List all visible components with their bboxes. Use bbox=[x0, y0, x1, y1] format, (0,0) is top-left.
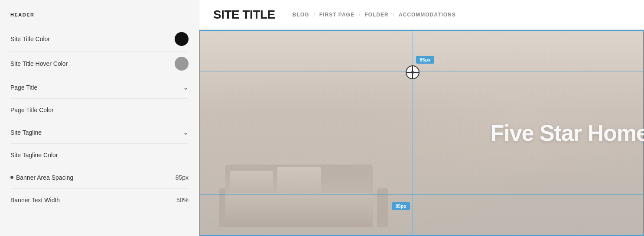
site-tagline-label: Site Tagline bbox=[10, 129, 42, 136]
preview-content: 85px 85px Five Star Home bbox=[199, 30, 644, 236]
section-header: HEADER bbox=[10, 12, 189, 17]
site-tagline-color-label: Site Tagline Color bbox=[10, 152, 58, 158]
grid-line-bottom bbox=[199, 194, 644, 195]
sofa-cushion-1 bbox=[230, 171, 273, 193]
nav-item-blog: BLOG bbox=[293, 12, 309, 18]
preview-site-title: SITE TITLE bbox=[213, 8, 275, 22]
page-title-color-label: Page Title Color bbox=[10, 107, 54, 113]
preview-header: SITE TITLE BLOG / FIRST PAGE / FOLDER / … bbox=[199, 0, 644, 30]
site-tagline-color-row: Site Tagline Color bbox=[10, 144, 189, 166]
site-title-color-label: Site Title Color bbox=[10, 36, 50, 42]
nav-sep-1: / bbox=[313, 12, 315, 18]
page-title-chevron-icon[interactable]: ⌄ bbox=[183, 83, 189, 91]
sofa-body bbox=[225, 193, 373, 227]
site-tagline-row: Site Tagline ⌄ bbox=[10, 121, 189, 144]
site-title-color-row: Site Title Color bbox=[10, 27, 189, 52]
site-title-hover-color-label: Site Title Hover Color bbox=[10, 60, 68, 67]
sofa-decoration bbox=[225, 158, 381, 227]
banner-text-width-row: Banner Text Width 50% bbox=[10, 189, 189, 211]
page-title-label: Page Title bbox=[10, 84, 37, 91]
nav-sep-2: / bbox=[359, 12, 360, 18]
nav-item-first-page: FIRST PAGE bbox=[319, 12, 355, 18]
grid-line-top bbox=[199, 71, 644, 71]
spacing-badge-bottom: 85px bbox=[392, 202, 410, 210]
grid-line-vertical bbox=[413, 30, 413, 236]
banner-image: 85px 85px Five Star Home bbox=[199, 30, 644, 236]
banner-text-width-value: 50% bbox=[176, 197, 189, 204]
crosshair-icon bbox=[405, 65, 420, 80]
spacing-badge-top: 85px bbox=[416, 56, 434, 64]
banner-area-spacing-dot bbox=[10, 176, 13, 179]
nav-item-accommodations: ACCOMMODATIONS bbox=[399, 12, 456, 18]
banner-text-width-label: Banner Text Width bbox=[10, 197, 60, 204]
banner-area-spacing-value: 85px bbox=[176, 174, 189, 181]
site-title-hover-color-swatch[interactable] bbox=[175, 57, 189, 71]
banner-area-spacing-row: Banner Area Spacing 85px bbox=[10, 166, 189, 189]
nav-item-folder: FOLDER bbox=[364, 12, 388, 18]
sofa-cushion-2 bbox=[277, 167, 321, 193]
site-title-color-swatch[interactable] bbox=[175, 32, 189, 46]
nav-sep-3: / bbox=[393, 12, 394, 18]
settings-panel: HEADER Site Title Color Site Title Hover… bbox=[0, 0, 199, 236]
banner-area-spacing-label: Banner Area Spacing bbox=[10, 174, 73, 181]
site-title-hover-color-row: Site Title Hover Color bbox=[10, 52, 189, 76]
site-tagline-chevron-icon[interactable]: ⌄ bbox=[183, 128, 189, 136]
preview-panel: SITE TITLE BLOG / FIRST PAGE / FOLDER / … bbox=[199, 0, 644, 236]
page-title-row: Page Title ⌄ bbox=[10, 76, 189, 99]
svg-point-3 bbox=[411, 71, 414, 74]
preview-nav: BLOG / FIRST PAGE / FOLDER / ACCOMMODATI… bbox=[293, 12, 456, 18]
page-title-color-row: Page Title Color bbox=[10, 99, 189, 121]
banner-text-overlay: Five Star Home bbox=[490, 120, 644, 146]
